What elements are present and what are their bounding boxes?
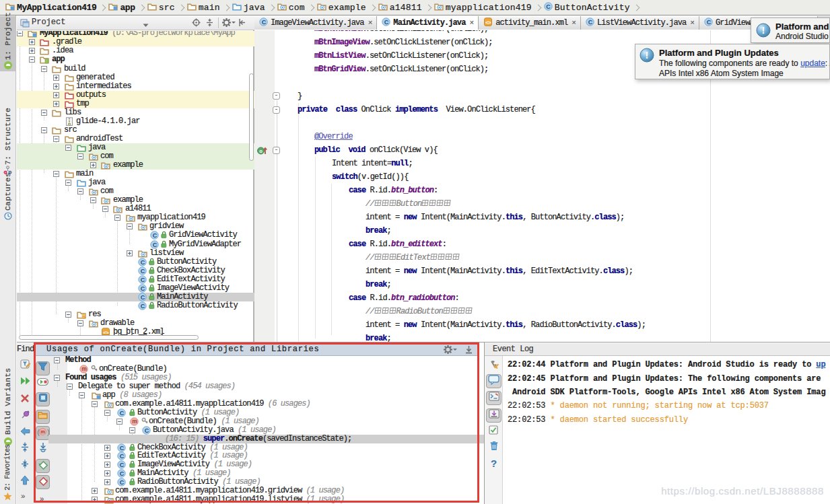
svg-text:o: o (259, 148, 263, 154)
svg-text:<>: <> (485, 19, 491, 25)
svg-text:C: C (546, 3, 551, 9)
svg-text:!: ! (762, 25, 765, 36)
svg-text:!: ! (646, 50, 649, 61)
